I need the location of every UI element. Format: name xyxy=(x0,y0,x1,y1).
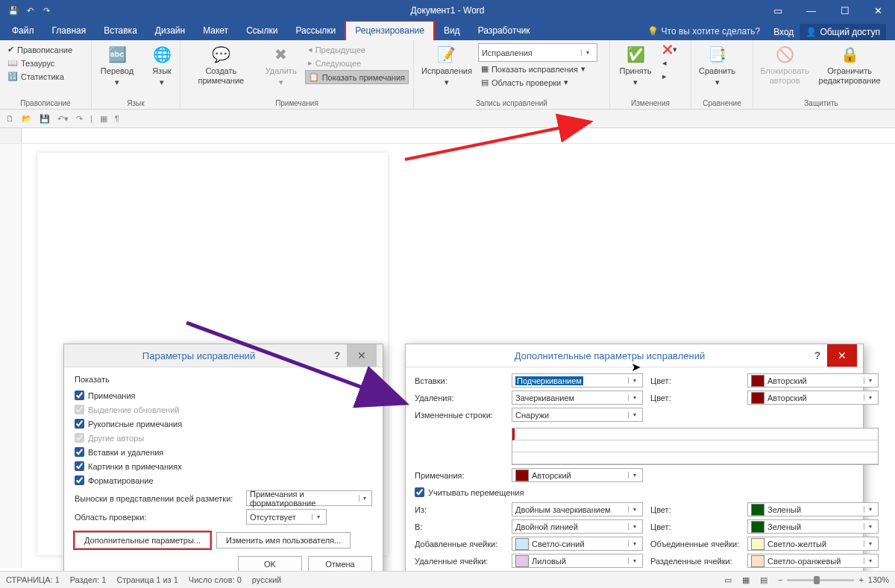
deletions-dropdown[interactable]: Зачеркиванием▾ xyxy=(512,391,643,405)
share-button[interactable]: 👤 Общий доступ xyxy=(800,24,886,40)
zoom-control[interactable]: − + 130% xyxy=(778,575,889,584)
chk-formatting[interactable]: Форматирование xyxy=(75,473,224,487)
format-icon[interactable]: ¶ xyxy=(115,114,119,123)
zoom-out-icon[interactable]: − xyxy=(778,575,782,584)
changed-lines-dropdown[interactable]: Снаружи▾ xyxy=(512,408,643,422)
save-icon[interactable]: 💾 xyxy=(40,114,50,124)
chk-other-authors[interactable]: Другие авторы xyxy=(75,431,224,445)
compare-button[interactable]: 📑Сравнить▾ xyxy=(696,42,738,89)
signin-link[interactable]: Вход xyxy=(773,27,794,37)
track-changes-button[interactable]: 📝Исправления▾ xyxy=(418,42,475,89)
save-icon[interactable]: 💾 xyxy=(7,4,19,16)
moved-to-color[interactable]: Зеленый▾ xyxy=(747,519,879,534)
block-authors-button[interactable]: 🚫Блокировать авторов xyxy=(758,42,811,87)
tab-home[interactable]: Главная xyxy=(43,22,95,40)
ruler-horizontal[interactable] xyxy=(0,128,895,144)
deletions-color[interactable]: Авторский▾ xyxy=(747,391,879,405)
view-print-icon[interactable]: ▦ xyxy=(742,575,750,585)
color-label: Цвет: xyxy=(650,376,740,385)
zoom-slider[interactable] xyxy=(787,579,854,581)
zoom-in-icon[interactable]: + xyxy=(858,575,863,584)
table-icon[interactable]: ▦ xyxy=(100,114,107,124)
chk-pictures[interactable]: Картинки в примечаниях xyxy=(75,459,224,473)
display-for-review[interactable]: Исправления▾ xyxy=(478,43,597,62)
change-username-button[interactable]: Изменить имя пользователя... xyxy=(216,532,351,549)
ribbon: ✔ Правописание 📖 Тезаурус 🔢 Статистика П… xyxy=(0,40,895,110)
close-icon[interactable]: ✕ xyxy=(827,344,857,367)
view-web-icon[interactable]: ▤ xyxy=(760,575,767,585)
tab-file[interactable]: Файл xyxy=(3,22,43,40)
document-area[interactable]: Параметры исправлений ? ✕ Показать Приме… xyxy=(0,144,895,569)
status-section[interactable]: Раздел: 1 xyxy=(70,575,107,584)
chk-updates[interactable]: Выделение обновлений xyxy=(75,402,224,417)
view-read-icon[interactable]: ▭ xyxy=(724,575,732,585)
insertions-color[interactable]: Авторский▾ xyxy=(747,373,879,388)
delete-comment-button[interactable]: ✖Удалить▾ xyxy=(260,42,302,89)
minimize-icon[interactable]: ― xyxy=(794,0,828,21)
open-icon[interactable]: 📂 xyxy=(22,114,32,124)
reject-button[interactable]: ❌▾ xyxy=(659,43,680,56)
advanced-options-button[interactable]: Дополнительные параметры... xyxy=(75,532,210,549)
chk-ink[interactable]: Рукописные примечания xyxy=(75,417,224,431)
translate-button[interactable]: 🔤Перевод▾ xyxy=(96,42,138,89)
tell-me[interactable]: 💡 Что вы хотите сделать? xyxy=(640,22,768,40)
chk-track-moves[interactable]: Учитывать перемещения xyxy=(415,485,564,499)
help-icon[interactable]: ? xyxy=(808,350,827,361)
prev-change[interactable]: ◂ xyxy=(659,57,680,69)
thesaurus-button[interactable]: 📖 Тезаурус xyxy=(4,57,75,69)
tab-developer[interactable]: Разработчик xyxy=(469,22,539,40)
chk-ins-del[interactable]: Вставки и удаления xyxy=(75,445,224,459)
status-words[interactable]: Число слов: 0 xyxy=(189,575,242,584)
comments-color[interactable]: Авторский▾ xyxy=(512,468,643,482)
restrict-editing-button[interactable]: 🔒Ограничить редактирование xyxy=(814,42,885,87)
inserted-cells-color[interactable]: Светло-синий▾ xyxy=(512,537,643,551)
preview-box xyxy=(512,428,879,465)
help-icon[interactable]: ? xyxy=(327,350,347,361)
undo-icon[interactable]: ↶ xyxy=(24,4,36,16)
show-markup-button[interactable]: ▦ Показать исправления ▾ xyxy=(478,63,597,75)
reviewing-pane-button[interactable]: ▤ Область проверки ▾ xyxy=(478,76,597,89)
tab-layout[interactable]: Макет xyxy=(194,22,237,40)
redo-icon[interactable]: ↷ xyxy=(76,114,83,124)
tab-insert[interactable]: Вставка xyxy=(95,22,146,40)
new-icon[interactable]: 🗋 xyxy=(6,114,14,123)
quick-access: 🗋 📂 💾 ↶▾ ↷ | ▦ ¶ xyxy=(0,110,895,128)
ok-button[interactable]: OK xyxy=(238,556,302,572)
prev-comment-button[interactable]: ◂ Предыдущее xyxy=(305,43,409,56)
redo-icon[interactable]: ↷ xyxy=(40,4,52,16)
tab-mailings[interactable]: Рассылки xyxy=(286,22,345,40)
tab-references[interactable]: Ссылки xyxy=(237,22,286,40)
merged-cells-color[interactable]: Светло-желтый▾ xyxy=(747,537,879,551)
tab-design[interactable]: Дизайн xyxy=(146,22,194,40)
scope-dropdown[interactable]: Отсутствует▾ xyxy=(246,509,327,525)
status-pageof[interactable]: Страница 1 из 1 xyxy=(116,575,178,584)
cancel-button[interactable]: Отмена xyxy=(308,556,372,572)
tab-view[interactable]: Вид xyxy=(435,22,469,40)
new-comment-button[interactable]: 💬Создать примечание xyxy=(185,42,257,87)
ruler-vertical[interactable] xyxy=(0,144,22,569)
next-comment-button[interactable]: ▸ Следующее xyxy=(305,57,409,69)
status-language[interactable]: русский xyxy=(252,575,281,584)
close-icon[interactable]: ✕ xyxy=(861,0,895,21)
ribbon-options-icon[interactable]: ▭ xyxy=(761,0,794,21)
undo-icon[interactable]: ↶▾ xyxy=(57,114,69,124)
next-change[interactable]: ▸ xyxy=(659,70,680,83)
language-button[interactable]: 🌐Язык▾ xyxy=(141,42,183,89)
balloons-dropdown[interactable]: Примечания и форматирование▾ xyxy=(246,490,372,506)
wordcount-button[interactable]: 🔢 Статистика xyxy=(4,70,75,83)
deleted-cells-color[interactable]: Лиловый▾ xyxy=(512,554,643,568)
accept-button[interactable]: ✅Принять▾ xyxy=(615,42,656,89)
spelling-button[interactable]: ✔ Правописание xyxy=(4,43,75,56)
maximize-icon[interactable]: ☐ xyxy=(828,0,861,21)
chk-comments[interactable]: Примечания xyxy=(75,388,224,402)
moved-to-dropdown[interactable]: Двойной линией▾ xyxy=(512,519,643,534)
moved-from-color[interactable]: Зеленый▾ xyxy=(747,502,879,516)
split-cells-color[interactable]: Светло-оранжевый▾ xyxy=(747,554,879,568)
show-comments-button[interactable]: 📋 Показать примечания xyxy=(305,70,409,84)
insertions-dropdown[interactable]: Подчеркиванием▾ xyxy=(512,373,643,388)
tab-review[interactable]: Рецензирование xyxy=(345,20,435,40)
status-page[interactable]: СТРАНИЦА: 1 xyxy=(6,575,60,584)
close-icon[interactable]: ✕ xyxy=(347,344,377,367)
zoom-value[interactable]: 130% xyxy=(868,575,889,584)
moved-from-dropdown[interactable]: Двойным зачеркиванием▾ xyxy=(512,502,643,516)
